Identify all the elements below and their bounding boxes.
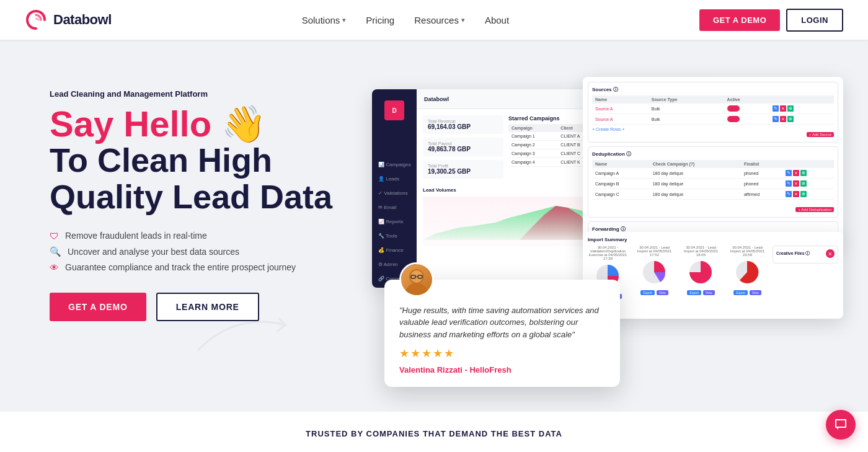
databowl-logo-icon (25, 9, 47, 31)
feature-1: 🛡 Remove fraudulent leads in real-time (50, 231, 372, 241)
dashboard-sidebar: D 📊 Campaigns 👤 Leads ✓ Validations ✉ Em… (372, 89, 417, 288)
login-button[interactable]: LOGIN (786, 9, 843, 32)
feature-2: 🔍 Uncover and analyse your best data sou… (50, 246, 372, 257)
import-summary-panel: Import Summary 30.04.2021 - Validation/D… (583, 232, 843, 319)
hero-learn-button[interactable]: LEARN MORE (156, 293, 259, 321)
testimonial-quote: "Huge results, with time saving automati… (399, 304, 605, 341)
trusted-title: TRUSTED BY COMPANIES THAT DEMAND THE BES… (25, 429, 843, 438)
testimonial-stars: ★★★★★ (399, 347, 605, 360)
nav-solutions[interactable]: Solutions ▾ (302, 15, 347, 25)
sources-panel: Sources ⓘ NameSource TypeActive Source A… (583, 77, 843, 244)
navbar-actions: GET A DEMO LOGIN (699, 9, 843, 32)
hero-title-dark: To Clean High Quality Lead Data (50, 142, 372, 216)
nav-pricing[interactable]: Pricing (366, 15, 394, 25)
chat-bubble[interactable] (826, 410, 856, 440)
chevron-down-icon-2: ▾ (461, 16, 465, 24)
hero-features: 🛡 Remove fraudulent leads in real-time 🔍… (50, 231, 372, 273)
hero-section: Lead Cleaning and Management Platform Sa… (0, 40, 868, 412)
chevron-down-icon: ▾ (342, 16, 346, 24)
feature-3: 👁 Guarantee compliance and track the ent… (50, 262, 372, 273)
shield-icon: 🛡 (50, 231, 59, 241)
hero-buttons: GET A DEMO LEARN MORE (50, 293, 372, 321)
trusted-section: TRUSTED BY COMPANIES THAT DEMAND THE BES… (0, 412, 868, 452)
chat-icon (833, 417, 848, 432)
get-demo-button[interactable]: GET A DEMO (699, 9, 780, 31)
testimonial-author: Valentina Rizzati - HelloFresh (399, 365, 605, 374)
compliance-icon: 👁 (50, 262, 59, 273)
hero-right: D 📊 Campaigns 👤 Leads ✓ Validations ✉ Em… (372, 77, 831, 399)
hero-subtitle: Lead Cleaning and Management Platform (50, 89, 372, 99)
svg-point-5 (405, 283, 428, 295)
navbar-links: Solutions ▾ Pricing Resources ▾ About (302, 15, 509, 25)
testimonial-card: "Huge results, with time saving automati… (384, 280, 620, 388)
logo-link[interactable]: Databowl (25, 9, 112, 31)
avatar-face (401, 264, 432, 295)
hero-title-pink: Say Hello 👋 (50, 106, 372, 142)
logo-text: Databowl (53, 12, 112, 28)
hero-demo-button[interactable]: GET A DEMO (50, 293, 146, 321)
hero-left: Lead Cleaning and Management Platform Sa… (50, 77, 372, 321)
nav-about[interactable]: About (485, 15, 509, 25)
nav-resources[interactable]: Resources ▾ (414, 15, 465, 25)
navbar: Databowl Solutions ▾ Pricing Resources ▾… (0, 0, 868, 40)
testimonial-avatar (399, 262, 434, 297)
search-icon: 🔍 (50, 246, 61, 257)
